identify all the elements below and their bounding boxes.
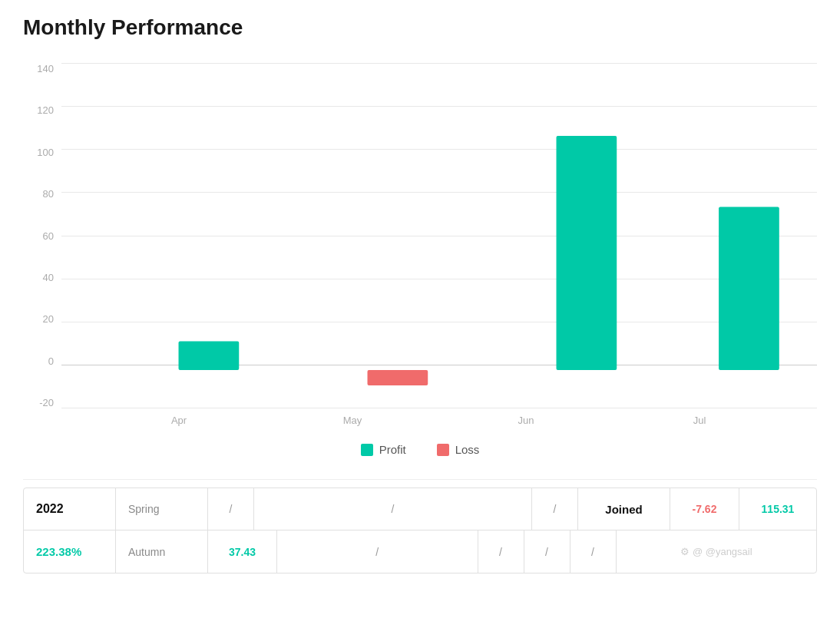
x-label-apr: Apr xyxy=(158,415,200,426)
percent-label: 223.38% xyxy=(36,545,103,558)
chart-area: 140 120 100 80 60 40 20 0 -20 xyxy=(23,63,817,431)
bar-jul xyxy=(719,207,779,371)
watermark-text: @ @yangsail xyxy=(693,546,752,557)
year-label: 2022 xyxy=(36,502,103,516)
spring-val2: 115.31 xyxy=(739,488,816,530)
chart-plot: Apr May Jun Jul xyxy=(61,63,817,431)
legend-loss: Loss xyxy=(437,443,480,456)
legend-profit-color xyxy=(361,444,373,456)
bars-svg xyxy=(61,63,817,408)
autumn-watermark: ⚙ @ @yangsail xyxy=(617,530,817,573)
spring-col3: / xyxy=(532,488,578,530)
legend-loss-color xyxy=(437,444,449,456)
autumn-col5: / xyxy=(570,530,617,573)
legend-loss-label: Loss xyxy=(455,443,480,456)
autumn-col1: 37.43 xyxy=(208,530,277,573)
table-row-spring: 2022 Spring / / / Joined -7.62 115.31 xyxy=(24,488,816,530)
legend-profit-label: Profit xyxy=(379,443,406,456)
y-label-20: 20 xyxy=(23,313,61,325)
bar-jun xyxy=(557,136,617,370)
autumn-season: Autumn xyxy=(116,530,208,573)
page-title: Monthly Performance xyxy=(23,15,817,40)
x-label-may: May xyxy=(332,415,374,426)
bar-apr xyxy=(179,342,240,371)
x-label-jun: Jun xyxy=(505,415,547,426)
chart-legend: Profit Loss xyxy=(23,431,817,464)
spring-val1: -7.62 xyxy=(670,488,739,530)
y-label-60: 60 xyxy=(23,230,61,242)
x-labels: Apr May Jun Jul xyxy=(61,408,817,431)
bar-may xyxy=(368,370,428,385)
y-label-120: 120 xyxy=(23,104,61,116)
y-label-80: 80 xyxy=(23,188,61,200)
performance-table: 2022 Spring / / / Joined -7.62 115.31 22… xyxy=(23,488,817,573)
spring-joined: Joined xyxy=(578,488,670,530)
x-label-jul: Jul xyxy=(679,415,721,426)
y-axis: 140 120 100 80 60 40 20 0 -20 xyxy=(23,63,61,431)
autumn-col2: / xyxy=(277,530,478,573)
y-label-140: 140 xyxy=(23,63,61,74)
spring-season: Spring xyxy=(116,488,208,530)
y-label-40: 40 xyxy=(23,272,61,283)
autumn-col4: / xyxy=(524,530,570,573)
spring-col2: / xyxy=(254,488,532,530)
spring-col1: / xyxy=(208,488,254,530)
y-label-0: 0 xyxy=(23,355,61,367)
legend-profit: Profit xyxy=(361,443,406,456)
table-row-autumn: 223.38% Autumn 37.43 / / / / ⚙ @ @yangsa… xyxy=(24,530,816,573)
autumn-col3: / xyxy=(478,530,524,573)
y-label-neg20: -20 xyxy=(23,397,61,408)
chart-container: 140 120 100 80 60 40 20 0 -20 xyxy=(23,55,817,480)
y-label-100: 100 xyxy=(23,147,61,158)
